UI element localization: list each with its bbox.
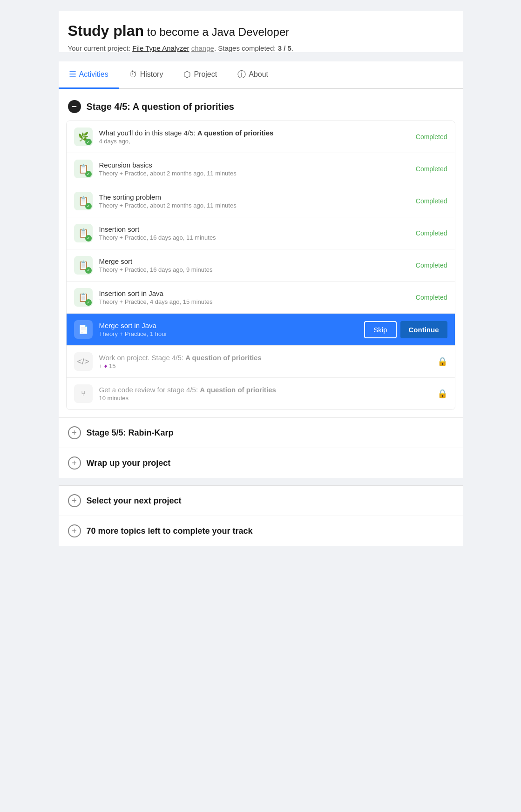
next-project-item[interactable]: + Select your next project <box>59 486 463 516</box>
stage5-title: Stage 5/5: Rabin-Karp <box>87 428 174 438</box>
tab-project[interactable]: ⬡ Project <box>173 61 227 89</box>
activity-name: Recursion basics <box>99 161 409 169</box>
activity-name: What you'll do in this stage 4/5: A ques… <box>99 129 409 137</box>
check-badge: ✓ <box>85 171 92 177</box>
subtitle-text: to become a Java Developer <box>144 26 289 38</box>
next-project-title: Select your next project <box>87 496 182 506</box>
tab-project-label: Project <box>194 70 217 79</box>
activity-name: Merge sort in Java <box>99 322 358 329</box>
tab-history-label: History <box>140 70 163 79</box>
project-name: File Type Analyzer <box>132 44 189 52</box>
next-project-expand-btn[interactable]: + <box>68 494 81 507</box>
list-item: 📋 ✓ Insertion sort in Java Theory + Prac… <box>67 282 455 314</box>
activity-name: Insertion sort <box>99 225 409 233</box>
check-badge: ✓ <box>85 139 92 145</box>
lock-icon: 🔒 <box>437 389 447 399</box>
tab-about[interactable]: ⓘ About <box>227 61 278 89</box>
change-link[interactable]: change <box>191 44 214 52</box>
more-topics-item[interactable]: + 70 more topics left to complete your t… <box>59 516 463 546</box>
activity-text-insertion: Insertion sort Theory + Practice, 16 day… <box>99 225 409 241</box>
activity-text-merge-java: Merge sort in Java Theory + Practice, 1 … <box>99 322 358 337</box>
activity-icon-insertion: 📋 ✓ <box>74 224 93 242</box>
check-badge: ✓ <box>85 203 92 209</box>
activity-status: Completed <box>416 133 447 141</box>
activity-text-review: Get a code review for stage 4/5: A quest… <box>99 386 431 402</box>
more-topics-title: 70 more topics left to complete your tra… <box>87 526 253 536</box>
activity-status: Completed <box>416 262 447 269</box>
tab-history[interactable]: ⏱ History <box>119 61 174 89</box>
activity-list: 🌿 ✓ What you'll do in this stage 4/5: A … <box>66 121 455 410</box>
activity-icon-insertion-java: 📋 ✓ <box>74 288 93 307</box>
activity-meta: Theory + Practice, about 2 months ago, 1… <box>99 170 409 177</box>
list-item-locked-project: </> Work on project. Stage 4/5: A questi… <box>67 346 455 378</box>
stage5-collapsed[interactable]: + Stage 5/5: Rabin-Karp <box>59 417 463 448</box>
activity-name: Insertion sort in Java <box>99 289 409 297</box>
bottom-section: + Select your next project + 70 more top… <box>59 485 463 546</box>
stage5-expand-btn[interactable]: + <box>68 426 81 439</box>
activity-icon-merge-java: 📄 <box>74 320 93 339</box>
activity-meta: 10 minutes <box>99 395 431 402</box>
project-link[interactable]: File Type Analyzer <box>132 44 189 52</box>
stages-label: Stages completed: <box>218 44 276 52</box>
list-item: 📋 ✓ Merge sort Theory + Practice, 16 day… <box>67 249 455 282</box>
check-badge: ✓ <box>85 267 92 274</box>
tab-activities-label: Activities <box>79 70 108 79</box>
activity-text-work: Work on project. Stage 4/5: A question o… <box>99 354 431 369</box>
activity-name: Work on project. Stage 4/5: A question o… <box>99 354 431 362</box>
list-item: 📋 ✓ Recursion basics Theory + Practice, … <box>67 153 455 185</box>
tab-bar: ☰ Activities ⏱ History ⬡ Project ⓘ About <box>59 61 463 89</box>
activity-name: The sorting problem <box>99 193 409 201</box>
wrap-up-collapsed[interactable]: + Wrap up your project <box>59 448 463 478</box>
activity-text-intro: What you'll do in this stage 4/5: A ques… <box>99 129 409 145</box>
project-info: Your current project: File Type Analyzer… <box>68 44 453 52</box>
stage4-collapse-btn[interactable]: − <box>68 100 81 113</box>
list-item: 🌿 ✓ What you'll do in this stage 4/5: A … <box>67 121 455 153</box>
lock-icon: 🔒 <box>437 356 447 367</box>
activity-icon-intro: 🌿 ✓ <box>74 128 93 146</box>
check-badge: ✓ <box>85 299 92 306</box>
more-topics-expand-btn[interactable]: + <box>68 524 81 537</box>
activity-meta: Theory + Practice, 1 hour <box>99 330 358 337</box>
tab-activities[interactable]: ☰ Activities <box>59 61 119 89</box>
title-text: Study plan <box>68 22 144 39</box>
skip-button[interactable]: Skip <box>364 321 396 338</box>
activity-meta: Theory + Practice, 4 days ago, 15 minute… <box>99 298 409 305</box>
wrap-up-title: Wrap up your project <box>87 458 171 468</box>
about-icon: ⓘ <box>237 69 246 80</box>
activity-status: Completed <box>416 165 447 173</box>
stage4-header: − Stage 4/5: A question of priorities <box>59 89 463 121</box>
activity-text-recursion: Recursion basics Theory + Practice, abou… <box>99 161 409 177</box>
main-content: − Stage 4/5: A question of priorities 🌿 … <box>59 89 463 478</box>
gem-icon: ♦ <box>104 362 108 369</box>
check-badge: ✓ <box>85 235 92 242</box>
stages-value: 3 / 5 <box>278 44 291 52</box>
activity-meta: Theory + Practice, 16 days ago, 11 minut… <box>99 234 409 241</box>
tab-about-label: About <box>249 70 268 79</box>
activity-text-merge: Merge sort Theory + Practice, 16 days ag… <box>99 257 409 273</box>
project-label: Your current project: <box>68 44 131 52</box>
activity-status: Completed <box>416 294 447 301</box>
list-item-current: 📄 Merge sort in Java Theory + Practice, … <box>67 314 455 346</box>
continue-button[interactable]: Continue <box>400 321 447 338</box>
activity-meta: + ♦ 15 <box>99 362 431 369</box>
activity-meta: 4 days ago, <box>99 138 409 145</box>
activity-icon-merge: 📋 ✓ <box>74 256 93 275</box>
activity-status: Completed <box>416 197 447 205</box>
activity-name: Merge sort <box>99 257 409 265</box>
activities-icon: ☰ <box>69 69 76 80</box>
activity-status: Completed <box>416 229 447 237</box>
activity-meta: Theory + Practice, about 2 months ago, 1… <box>99 202 409 209</box>
activity-icon-review: ⑂ <box>74 384 93 403</box>
wrap-up-expand-btn[interactable]: + <box>68 456 81 470</box>
history-icon: ⏱ <box>129 70 137 80</box>
list-item: 📋 ✓ The sorting problem Theory + Practic… <box>67 185 455 217</box>
activity-name: Get a code review for stage 4/5: A quest… <box>99 386 431 394</box>
list-item: 📋 ✓ Insertion sort Theory + Practice, 16… <box>67 217 455 249</box>
action-buttons: Skip Continue <box>364 321 447 338</box>
activity-text-insertion-java: Insertion sort in Java Theory + Practice… <box>99 289 409 305</box>
page-title: Study plan to become a Java Developer <box>68 22 453 40</box>
activity-meta: Theory + Practice, 16 days ago, 9 minute… <box>99 266 409 273</box>
list-item-locked-review: ⑂ Get a code review for stage 4/5: A que… <box>67 378 455 409</box>
stage4-title: Stage 4/5: A question of priorities <box>87 101 234 112</box>
activity-icon-recursion: 📋 ✓ <box>74 160 93 178</box>
